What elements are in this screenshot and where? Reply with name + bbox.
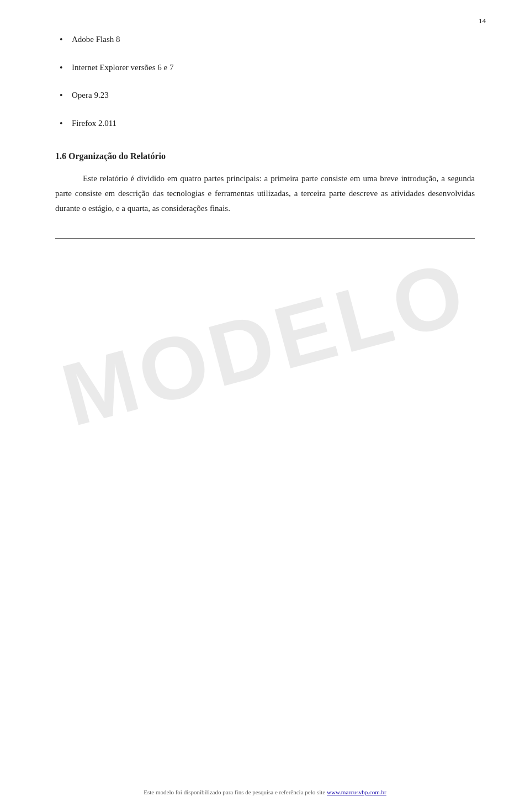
watermark: MODELO [52,241,478,446]
section-heading: 1.6 Organização do Relatório [55,151,475,161]
section-divider [55,238,475,239]
list-item: Internet Explorer versões 6 e 7 [55,61,475,74]
document-page: 14 Adobe Flash 8 Internet Explorer versõ… [0,0,530,812]
footer-text: Este modelo foi disponibilizado para fin… [144,789,327,795]
list-item: Opera 9.23 [55,89,475,102]
list-item: Firefox 2.011 [55,117,475,130]
section-body: Este relatório é dividido em quatro part… [55,171,475,216]
list-item: Adobe Flash 8 [55,33,475,46]
footer-link[interactable]: www.marcusvbp.com.br [327,789,386,795]
page-number: 14 [479,17,486,25]
bullet-list: Adobe Flash 8 Internet Explorer versões … [55,33,475,129]
footer: Este modelo foi disponibilizado para fin… [0,789,530,795]
